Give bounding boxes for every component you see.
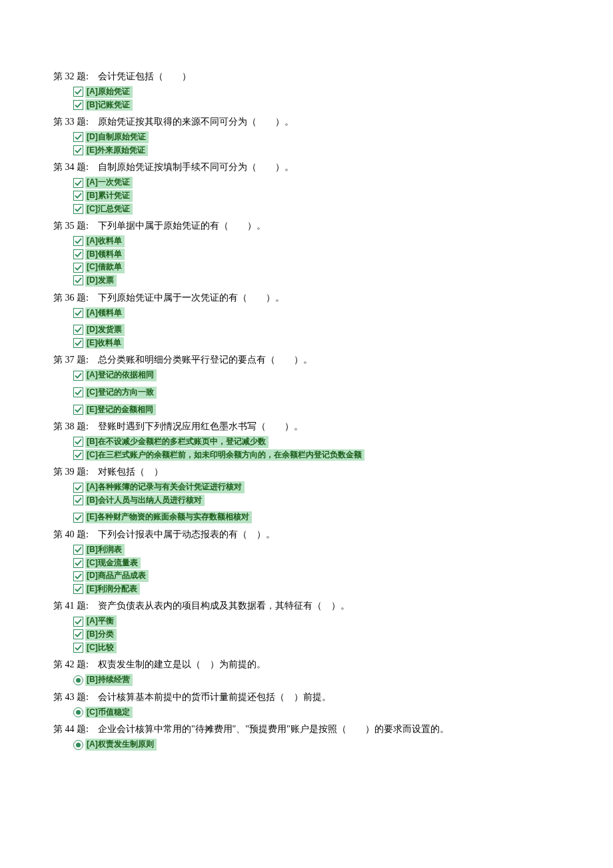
question-number: 第 34 题: [53,162,89,172]
question-number: 第 35 题: [53,221,89,231]
option-label: [C]汇总凭证 [85,203,133,215]
question-body: 对账包括（ ） [89,467,163,477]
option-gap [73,383,560,385]
checkbox-checked-icon [73,437,83,447]
option-item[interactable]: [C]登记的方向一致 [73,387,560,399]
option-item[interactable]: [C]比较 [73,642,560,654]
question-text: 第 33 题: 原始凭证按其取得的来源不同可分为（ ）。 [53,115,560,129]
option-item[interactable]: [A]一次凭证 [73,177,560,189]
question-number: 第 38 题: [53,421,89,431]
option-item[interactable]: [A]原始凭证 [73,86,560,98]
option-label: [D]发票 [85,275,117,287]
checkbox-checked-icon [73,236,83,246]
question-text: 第 37 题: 总分类账和明细分类账平行登记的要点有（ ）。 [53,353,560,367]
question-body: 会计核算基本前提中的货币计量前提还包括（ ）前提。 [89,692,331,702]
option-label: [D]商品产品成表 [85,570,149,582]
option-list: [A]登记的依据相同[C]登记的方向一致[E]登记的金额相同 [53,369,560,415]
question-block: 第 38 题: 登账时遇到下列情况应用红色墨水书写（ ）。[B]在不设减少金额栏… [53,419,560,461]
option-item[interactable]: [C]币值稳定 [73,707,560,719]
question-block: 第 35 题: 下列单据中属于原始凭证的有（ ）。[A]收料单[B]领料单[C]… [53,219,560,286]
option-item[interactable]: [E]登记的金额相同 [73,404,560,416]
option-label: [B]分类 [85,629,117,641]
option-item[interactable]: [B]领料单 [73,249,560,261]
option-item[interactable]: [B]累计凭证 [73,190,560,202]
option-gap [73,507,560,510]
option-item[interactable]: [A]收料单 [73,235,560,247]
checkbox-checked-icon [73,204,83,214]
option-gap [73,320,560,323]
option-list: [B]利润表[C]现金流量表[D]商品产品成表[E]利润分配表 [53,544,560,595]
option-item[interactable]: [A]权责发生制原则 [73,739,560,751]
question-body: 下列会计报表中属于动态报表的有（ ）。 [89,529,275,539]
question-body: 自制原始凭证按填制手续不同可分为（ ）。 [89,162,294,172]
checkbox-checked-icon [73,178,83,188]
question-block: 第 43 题: 会计核算基本前提中的货币计量前提还包括（ ）前提。[C]币值稳定 [53,690,560,719]
question-number: 第 36 题: [53,293,89,303]
option-item[interactable]: [E]各种财产物资的账面余额与实存数额相核对 [73,511,560,523]
option-item[interactable]: [B]利润表 [73,544,560,556]
option-item[interactable]: [A]平衡 [73,615,560,627]
option-label: [D]自制原始凭证 [85,131,149,143]
option-item[interactable]: [D]商品产品成表 [73,570,560,582]
radio-selected-icon [73,675,83,685]
option-item[interactable]: [D]发货票 [73,324,560,336]
option-item[interactable]: [A]各种账簿的记录与有关会计凭证进行核对 [73,481,560,493]
option-list: [A]各种账簿的记录与有关会计凭证进行核对[B]会计人员与出纳人员进行核对[E]… [53,481,560,523]
option-list: [D]自制原始凭证[E]外来原始凭证 [53,131,560,156]
checkbox-checked-icon [73,325,83,335]
question-number: 第 40 题: [53,529,89,539]
checkbox-checked-icon [73,371,83,381]
question-block: 第 32 题: 会计凭证包括（ ）[A]原始凭证[B]记账凭证 [53,69,560,111]
checkbox-checked-icon [73,87,83,97]
option-label: [C]登记的方向一致 [85,387,157,399]
option-list: [B]持续经营 [53,674,560,686]
question-body: 总分类账和明细分类账平行登记的要点有（ ）。 [89,355,312,365]
option-item[interactable]: [B]会计人员与出纳人员进行核对 [73,495,560,507]
option-item[interactable]: [D]自制原始凭证 [73,131,560,143]
checkbox-checked-icon [73,513,83,523]
option-item[interactable]: [C]在三栏式账户的余额栏前，如未印明余额方向的，在余额栏内登记负数金额 [73,449,560,461]
option-label: [B]持续经营 [85,674,133,686]
option-item[interactable]: [E]利润分配表 [73,583,560,595]
checkbox-checked-icon [73,545,83,555]
checkbox-checked-icon [73,249,83,259]
option-label: [B]在不设减少金额栏的多栏式账页中，登记减少数 [85,436,269,448]
option-item[interactable]: [E]收料单 [73,337,560,349]
option-item[interactable]: [C]汇总凭证 [73,203,560,215]
question-text: 第 38 题: 登账时遇到下列情况应用红色墨水书写（ ）。 [53,419,560,433]
option-label: [A]领料单 [85,307,125,319]
question-body: 企业会计核算中常用的"待摊费用"、"预提费用"账户是按照（ ）的要求而设置的。 [89,724,449,734]
checkbox-checked-icon [73,145,83,155]
question-block: 第 39 题: 对账包括（ ）[A]各种账簿的记录与有关会计凭证进行核对[B]会… [53,465,560,523]
option-list: [A]权责发生制原则 [53,739,560,751]
option-item[interactable]: [B]分类 [73,629,560,641]
checkbox-checked-icon [73,617,83,627]
option-item[interactable]: [C]现金流量表 [73,557,560,569]
option-list: [A]一次凭证[B]累计凭证[C]汇总凭证 [53,177,560,215]
checkbox-checked-icon [73,629,83,639]
option-list: [C]币值稳定 [53,707,560,719]
question-block: 第 33 题: 原始凭证按其取得的来源不同可分为（ ）。[D]自制原始凭证[E]… [53,115,560,156]
option-item[interactable]: [B]在不设减少金额栏的多栏式账页中，登记减少数 [73,436,560,448]
question-body: 权责发生制的建立是以（ ）为前提的。 [89,659,266,669]
option-item[interactable]: [B]持续经营 [73,674,560,686]
option-label: [A]登记的依据相同 [85,369,157,381]
option-label: [C]比较 [85,642,117,654]
checkbox-checked-icon [73,495,83,505]
option-item[interactable]: [C]借款单 [73,261,560,273]
option-item[interactable]: [A]领料单 [73,307,560,319]
checkbox-checked-icon [73,100,83,110]
option-item[interactable]: [A]登记的依据相同 [73,369,560,381]
option-item[interactable]: [E]外来原始凭证 [73,145,560,157]
question-text: 第 44 题: 企业会计核算中常用的"待摊费用"、"预提费用"账户是按照（ ）的… [53,722,560,736]
question-body: 资产负债表从表内的项目构成及其数据看，其特征有（ ）。 [89,601,350,611]
radio-selected-icon [73,740,83,750]
option-item[interactable]: [D]发票 [73,275,560,287]
option-label: [E]各种财产物资的账面余额与实存数额相核对 [85,511,252,523]
checkbox-checked-icon [73,275,83,285]
option-label: [A]各种账簿的记录与有关会计凭证进行核对 [85,481,245,493]
option-item[interactable]: [B]记账凭证 [73,99,560,111]
question-body: 登账时遇到下列情况应用红色墨水书写（ ）。 [89,421,303,431]
checkbox-checked-icon [73,405,83,415]
question-text: 第 42 题: 权责发生制的建立是以（ ）为前提的。 [53,657,560,671]
